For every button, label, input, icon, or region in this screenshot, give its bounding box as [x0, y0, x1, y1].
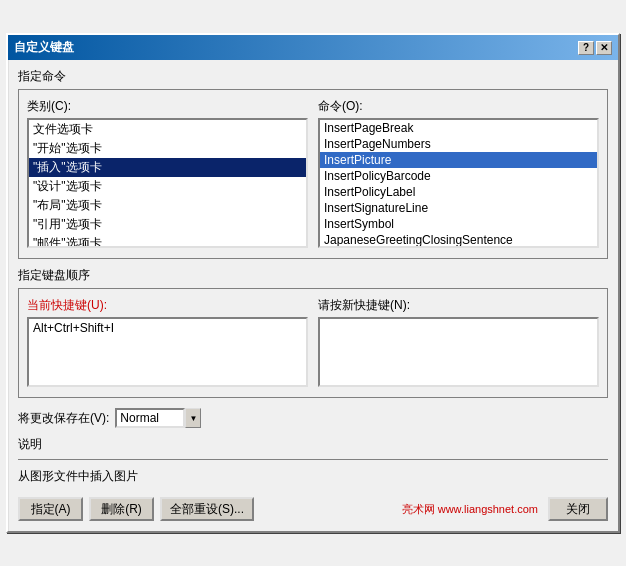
new-shortcut-label: 请按新快捷键(N):: [318, 297, 599, 314]
command-item-4[interactable]: InsertPolicyLabel: [320, 184, 597, 200]
button-row: 指定(A) 删除(R) 全部重设(S)... 亮术网 www.liangshne…: [18, 497, 608, 521]
dialog-body: 指定命令 类别(C): 文件选项卡 "开始"选项卡 "插入"选项卡 "设计"选项…: [8, 60, 618, 531]
command-item-2[interactable]: InsertPicture: [320, 152, 597, 168]
left-button-group: 指定(A) 删除(R) 全部重设(S)...: [18, 497, 254, 521]
watermark-text: 亮术网 www.liangshnet.com: [402, 502, 538, 517]
new-shortcut-col: 请按新快捷键(N):: [318, 297, 599, 387]
key-two-col: 当前快捷键(U): Alt+Ctrl+Shift+I 请按新快捷键(N):: [27, 297, 599, 387]
title-bar: 自定义键盘 ? ✕: [8, 35, 618, 60]
delete-button[interactable]: 删除(R): [89, 497, 154, 521]
assign-button[interactable]: 指定(A): [18, 497, 83, 521]
command-item-5[interactable]: InsertSignatureLine: [320, 200, 597, 216]
category-item-1[interactable]: "开始"选项卡: [29, 139, 306, 158]
current-shortcut-listbox[interactable]: Alt+Ctrl+Shift+I: [27, 317, 308, 387]
command-item-3[interactable]: InsertPolicyBarcode: [320, 168, 597, 184]
new-shortcut-input[interactable]: [318, 317, 599, 387]
category-item-5[interactable]: "引用"选项卡: [29, 215, 306, 234]
specify-command-section: 类别(C): 文件选项卡 "开始"选项卡 "插入"选项卡 "设计"选项卡 "布局…: [18, 89, 608, 259]
description-text: 从图形文件中插入图片: [18, 466, 608, 487]
save-combo-wrap: ▼: [115, 408, 201, 428]
title-close-button[interactable]: ✕: [596, 41, 612, 55]
command-item-7[interactable]: JapaneseGreetingClosingSentence: [320, 232, 597, 246]
current-shortcut-col: 当前快捷键(U): Alt+Ctrl+Shift+I: [27, 297, 308, 387]
category-listbox[interactable]: 文件选项卡 "开始"选项卡 "插入"选项卡 "设计"选项卡 "布局"选项卡 "引…: [27, 118, 308, 248]
command-item-0[interactable]: InsertPageBreak: [320, 120, 597, 136]
title-bar-buttons: ? ✕: [578, 41, 612, 55]
command-listbox[interactable]: InsertPageBreak InsertPageNumbers Insert…: [318, 118, 599, 248]
command-col: 命令(O): InsertPageBreak InsertPageNumbers…: [318, 98, 599, 248]
help-button[interactable]: ?: [578, 41, 594, 55]
close-button[interactable]: 关闭: [548, 497, 608, 521]
specify-command-label: 指定命令: [18, 68, 608, 85]
save-row: 将更改保存在(V): ▼: [18, 406, 608, 430]
command-label: 命令(O):: [318, 98, 599, 115]
save-combo-input[interactable]: [115, 408, 185, 428]
combo-arrow-icon[interactable]: ▼: [185, 408, 201, 428]
current-shortcut-value: Alt+Ctrl+Shift+I: [29, 319, 306, 337]
reset-all-button[interactable]: 全部重设(S)...: [160, 497, 254, 521]
command-item-1[interactable]: InsertPageNumbers: [320, 136, 597, 152]
customize-keyboard-dialog: 自定义键盘 ? ✕ 指定命令 类别(C): 文件选项卡 "开始"选项卡 "插入"…: [6, 33, 620, 533]
category-item-3[interactable]: "设计"选项卡: [29, 177, 306, 196]
description-label: 说明: [18, 436, 608, 453]
command-list-inner[interactable]: InsertPageBreak InsertPageNumbers Insert…: [320, 120, 597, 246]
specify-key-section: 当前快捷键(U): Alt+Ctrl+Shift+I 请按新快捷键(N):: [18, 288, 608, 398]
command-item-6[interactable]: InsertSymbol: [320, 216, 597, 232]
specify-key-label: 指定键盘顺序: [18, 267, 608, 284]
save-label: 将更改保存在(V):: [18, 410, 109, 427]
category-item-2[interactable]: "插入"选项卡: [29, 158, 306, 177]
desc-divider: [18, 459, 608, 460]
category-item-0[interactable]: 文件选项卡: [29, 120, 306, 139]
current-shortcut-label: 当前快捷键(U):: [27, 297, 308, 314]
command-two-col: 类别(C): 文件选项卡 "开始"选项卡 "插入"选项卡 "设计"选项卡 "布局…: [27, 98, 599, 248]
category-label: 类别(C):: [27, 98, 308, 115]
category-item-6[interactable]: "邮件"选项卡: [29, 234, 306, 246]
category-col: 类别(C): 文件选项卡 "开始"选项卡 "插入"选项卡 "设计"选项卡 "布局…: [27, 98, 308, 248]
description-section: 说明 从图形文件中插入图片: [18, 436, 608, 487]
category-list-inner[interactable]: 文件选项卡 "开始"选项卡 "插入"选项卡 "设计"选项卡 "布局"选项卡 "引…: [29, 120, 306, 246]
right-button-group: 亮术网 www.liangshnet.com 关闭: [392, 497, 608, 521]
category-item-4[interactable]: "布局"选项卡: [29, 196, 306, 215]
dialog-title: 自定义键盘: [14, 39, 74, 56]
